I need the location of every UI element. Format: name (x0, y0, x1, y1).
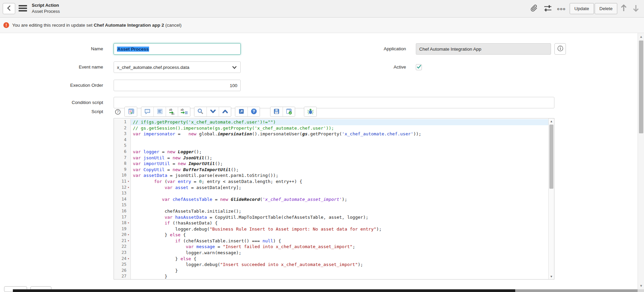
fold-toggle-icon[interactable]: ▾ (126, 232, 130, 238)
fold-toggle-icon[interactable]: ▾ (126, 256, 130, 262)
code-line[interactable]: 24▾ } else { (114, 256, 548, 262)
toolbar-button-group (270, 107, 295, 117)
horizontal-scrollbar-track[interactable] (515, 289, 638, 292)
code-line[interactable]: 13 (114, 190, 548, 196)
update-button[interactable]: Update (570, 3, 594, 14)
find-next-button[interactable] (207, 107, 219, 116)
context-help-button[interactable]: ? (247, 107, 260, 116)
line-number: 22 (122, 244, 126, 250)
code-text: var jsonUtil = new JsonUtil(); (131, 155, 548, 161)
code-line[interactable]: 14 var chefAssetsTable = new GlideRecord… (114, 196, 548, 203)
editor-scroll-down-button[interactable]: ▼ (549, 274, 554, 279)
code-text: logger.warn(message); (131, 250, 548, 256)
line-number: 14 (122, 196, 126, 203)
page-scroll-up-button[interactable]: ▲ (639, 34, 644, 39)
application-info-button[interactable] (554, 43, 566, 55)
editor-scroll-up-button[interactable]: ▲ (549, 118, 554, 124)
code-line[interactable]: 16 chefAssetsTable.initialize(); (114, 208, 548, 214)
script-help-icon[interactable]: ? (114, 108, 122, 116)
horizontal-scrollbar-thumb[interactable] (13, 289, 515, 292)
code-line[interactable]: 9var CopyUtil = new BufferToImportUtil()… (114, 167, 548, 173)
find-previous-button[interactable] (219, 107, 231, 116)
code-line[interactable]: 3var impersonator = new global.impersina… (114, 131, 548, 137)
fold-toggle-icon[interactable]: ▾ (126, 220, 130, 226)
scrollbar-corner (638, 289, 644, 292)
code-line[interactable]: 8var importUtil = new ImportUtil(); (114, 161, 548, 167)
code-text: var asset = assetData[entry]; (131, 185, 548, 191)
code-text: var impersonator = new global.impersinat… (131, 131, 548, 137)
code-line[interactable]: 2// gs.getSession().impersonate(gs.getPr… (114, 125, 548, 131)
back-button[interactable] (3, 3, 15, 14)
execution-order-input[interactable]: 100 (114, 80, 241, 91)
search-icon (197, 108, 204, 116)
previous-record-button[interactable] (619, 4, 628, 13)
page-scrollbar[interactable]: ▲ ▼ (638, 33, 644, 292)
application-value: Chef Automate Integration App (419, 47, 481, 52)
code-line[interactable]: 5 (114, 143, 548, 149)
code-line[interactable]: 26 } (114, 268, 548, 274)
line-gutter: 19 (114, 226, 131, 232)
code-line[interactable]: 15 (114, 202, 548, 208)
next-record-button[interactable] (631, 4, 640, 13)
code-line[interactable]: 12▾ var asset = assetData[entry]; (114, 185, 548, 191)
code-line[interactable]: 20▾ } else { (114, 232, 548, 238)
code-line[interactable]: 25 logger.debug("Insert succeeded into x… (114, 262, 548, 268)
line-gutter: 23 (114, 250, 131, 256)
event-name-select[interactable]: x_chef_automate.chef.process.data (114, 61, 241, 73)
editor-scrollbar[interactable]: ▲ ▼ (548, 118, 554, 279)
code-text: } (131, 268, 548, 274)
editor-scrollbar-thumb[interactable] (549, 125, 553, 189)
code-line[interactable]: 7var jsonUtil = new JsonUtil(); (114, 155, 548, 161)
personalize-form-button[interactable] (543, 4, 552, 13)
page-scrollbar-thumb[interactable] (639, 41, 643, 133)
attachments-button[interactable] (529, 4, 538, 13)
info-icon (557, 45, 564, 53)
banner-cancel-link[interactable]: (cancel) (165, 23, 182, 28)
code-line[interactable]: 23 logger.warn(message); (114, 250, 548, 256)
checkmark-icon (416, 64, 422, 70)
script-editor[interactable]: 1// if(gs.getProperty('x_chef_automate.c… (114, 118, 554, 280)
line-gutter: 4 (114, 137, 131, 143)
code-line[interactable]: 19 logger.debug("Business Rule Insert to… (114, 226, 548, 232)
open-fullscreen-button[interactable] (235, 107, 247, 116)
code-line[interactable]: 6var logger = new Logger(); (114, 149, 548, 155)
code-line[interactable]: 21▾ if (chefAssetsTable.insert() === nul… (114, 238, 548, 244)
fold-toggle-icon[interactable]: ▾ (126, 185, 130, 191)
replace-all-button[interactable]: ab (178, 107, 190, 116)
code-line[interactable]: 17 var hasAssetData = CopyUtil.MapToImpo… (114, 214, 548, 220)
syntax-editor-button[interactable] (125, 107, 137, 116)
arrow-down-icon (633, 4, 639, 13)
line-number: 21 (122, 238, 126, 244)
form-context-menu-button[interactable] (18, 5, 27, 12)
code-text: var assetData = jsonUtil.parse(event.par… (131, 172, 548, 179)
debug-button[interactable] (304, 107, 316, 116)
more-options-icon: ooo (557, 7, 566, 11)
fold-toggle-icon[interactable]: ▾ (126, 238, 130, 244)
line-number: 26 (122, 268, 126, 274)
code-line[interactable]: 11▾ for (var entry = 0; entry < assetDat… (114, 179, 548, 185)
fold-toggle-icon[interactable]: ▾ (126, 179, 130, 185)
line-number: 24 (122, 256, 126, 262)
code-line[interactable]: 4 (114, 137, 548, 143)
code-line[interactable]: 1// if(gs.getProperty('x_chef_automate.c… (114, 119, 548, 125)
name-input[interactable]: Asset Process (114, 43, 241, 55)
application-label: Application (303, 43, 406, 55)
syntax-check-button[interactable] (283, 107, 295, 116)
save-button[interactable] (270, 107, 283, 116)
code-line[interactable]: 27 } (114, 273, 548, 280)
code-line[interactable]: 10var assetData = jsonUtil.parse(event.p… (114, 172, 548, 179)
code-line[interactable]: 18▾ if (!hasAssetData) { (114, 220, 548, 226)
script-action-form-page: Script Action Asset Process ooo Update D… (0, 0, 644, 292)
format-code-button[interactable] (153, 107, 166, 116)
code-line[interactable]: 22 var message = "Insert failed into x_c… (114, 244, 548, 250)
active-checkbox[interactable] (416, 64, 422, 70)
page-scroll-down-button[interactable]: ▼ (639, 283, 644, 288)
delete-button[interactable]: Delete (595, 3, 617, 14)
replace-button[interactable]: abac (166, 107, 178, 116)
search-button[interactable] (194, 107, 207, 116)
line-number: 16 (122, 208, 126, 214)
comment-button[interactable] (141, 107, 153, 116)
context-help-icon: ? (251, 108, 257, 116)
more-actions-button[interactable]: ooo (557, 4, 566, 13)
code-text: logger.debug("Insert succeeded into x_ch… (131, 262, 548, 268)
